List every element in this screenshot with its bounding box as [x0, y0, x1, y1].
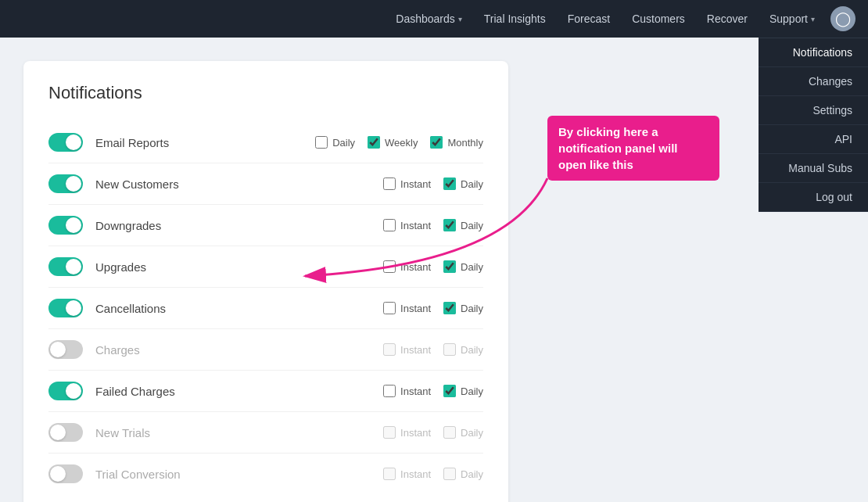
toggle-downgrades[interactable] — [48, 216, 83, 235]
check-item-er-weekly[interactable]: Weekly — [368, 136, 418, 149]
check-label: Daily — [461, 427, 483, 439]
notif-row: DowngradesInstantDaily — [48, 205, 483, 246]
check-item-fc-instant[interactable]: Instant — [383, 385, 431, 397]
check-item-ca-instant[interactable]: Instant — [383, 302, 431, 314]
toggle-failed-charges[interactable] — [48, 382, 83, 400]
checkbox-ca-daily[interactable] — [443, 302, 456, 314]
checkbox-fc-instant[interactable] — [383, 385, 396, 397]
check-label: Daily — [461, 178, 483, 190]
nav-link-dashboards[interactable]: Dashboards▾ — [386, 8, 472, 30]
dropdown-item-notifications[interactable]: Notifications — [759, 38, 868, 67]
check-item-ca-daily[interactable]: Daily — [443, 302, 483, 314]
nav-link-customers[interactable]: Customers — [622, 8, 694, 30]
nav-link-forecast[interactable]: Forecast — [558, 8, 619, 30]
nav-link-label: Trial Insights — [484, 13, 546, 25]
check-item-er-daily[interactable]: Daily — [315, 136, 355, 149]
notification-card: Notifications Email ReportsDailyWeeklyMo… — [23, 61, 508, 502]
checkbox-ca-instant[interactable] — [383, 302, 396, 314]
toggle-new-customers[interactable] — [48, 174, 83, 193]
toggle-knob — [66, 300, 81, 316]
checkbox-ch-instant — [383, 343, 396, 356]
nav-link-label: Support — [769, 13, 808, 25]
dropdown-item-api[interactable]: API — [759, 125, 868, 154]
checkbox-tc-daily — [443, 468, 456, 480]
dropdown-item-changes[interactable]: Changes — [759, 67, 868, 96]
dropdown-item-log-out[interactable]: Log out — [759, 183, 868, 212]
notif-label: Trial Conversion — [95, 468, 221, 481]
checkbox-er-daily[interactable] — [315, 136, 328, 149]
toggle-knob — [66, 217, 81, 233]
toggle-new-trials[interactable] — [48, 423, 83, 442]
check-label: Daily — [332, 137, 355, 149]
check-label: Instant — [400, 178, 431, 190]
dropdown-item-settings[interactable]: Settings — [759, 96, 868, 125]
check-item-er-monthly[interactable]: Monthly — [430, 136, 483, 149]
arrow-svg — [500, 108, 798, 311]
checkbox-dg-instant[interactable] — [383, 219, 396, 231]
annotation-text: By clicking here a notification panel wi… — [547, 116, 719, 181]
notif-rows: Email ReportsDailyWeeklyMonthlyNew Custo… — [48, 122, 483, 494]
check-label: Instant — [400, 468, 431, 480]
chevron-down-icon: ▾ — [811, 15, 815, 23]
toggle-trial-conversion[interactable] — [48, 464, 83, 483]
check-item-nc-daily[interactable]: Daily — [443, 177, 483, 190]
check-label: Instant — [400, 303, 431, 314]
card-title: Notifications — [48, 83, 483, 103]
avatar[interactable]: ◯ — [830, 6, 855, 31]
checkbox-nt-daily — [443, 426, 456, 439]
notif-label: Charges — [95, 343, 221, 357]
checkbox-fc-daily[interactable] — [443, 385, 456, 397]
check-item-ug-daily[interactable]: Daily — [443, 260, 483, 273]
notif-label: New Customers — [95, 177, 221, 191]
checkbox-er-monthly[interactable] — [430, 136, 443, 149]
check-label: Instant — [400, 344, 431, 356]
checkbox-er-weekly[interactable] — [368, 136, 380, 149]
check-item-tc-daily[interactable]: Daily — [443, 468, 483, 480]
checkbox-nc-instant[interactable] — [383, 177, 396, 190]
nav-link-trial-insights[interactable]: Trial Insights — [475, 8, 555, 30]
check-item-ug-instant[interactable]: Instant — [383, 260, 431, 273]
toggle-charges[interactable] — [48, 340, 83, 359]
check-item-ch-daily[interactable]: Daily — [443, 343, 483, 356]
nav-link-support[interactable]: Support▾ — [760, 8, 824, 30]
check-item-dg-instant[interactable]: Instant — [383, 219, 431, 231]
toggle-knob — [66, 383, 81, 399]
check-group: InstantDaily — [383, 302, 483, 314]
annotation: By clicking here a notification panel wi… — [500, 108, 798, 181]
check-item-nt-instant[interactable]: Instant — [383, 426, 431, 439]
dropdown-item-manual-subs[interactable]: Manual Subs — [759, 154, 868, 183]
notif-label: Email Reports — [95, 136, 221, 149]
checkbox-ug-instant[interactable] — [383, 260, 396, 273]
checkbox-nc-daily[interactable] — [443, 177, 456, 190]
notif-row: UpgradesInstantDaily — [48, 246, 483, 288]
notif-row: New TrialsInstantDaily — [48, 412, 483, 454]
check-item-nt-daily[interactable]: Daily — [443, 426, 483, 439]
checkbox-dg-daily[interactable] — [443, 219, 456, 231]
notif-row: ChargesInstantDaily — [48, 329, 483, 371]
toggle-upgrades[interactable] — [48, 257, 83, 276]
nav-link-label: Forecast — [568, 13, 610, 25]
nav-link-label: Customers — [632, 13, 685, 25]
check-group: InstantDaily — [383, 426, 483, 439]
main-content: Notifications Email ReportsDailyWeeklyMo… — [0, 38, 868, 502]
check-item-tc-instant[interactable]: Instant — [383, 468, 431, 480]
notif-row: Email ReportsDailyWeeklyMonthly — [48, 122, 483, 163]
dropdown-panel: NotificationsChangesSettingsAPIManual Su… — [759, 38, 868, 212]
check-item-nc-instant[interactable]: Instant — [383, 177, 431, 190]
checkbox-tc-instant — [383, 468, 396, 480]
toggle-knob — [50, 425, 66, 440]
notif-label: Upgrades — [95, 260, 221, 274]
toggle-cancellations[interactable] — [48, 299, 83, 317]
check-group: InstantDaily — [383, 468, 483, 480]
toggle-email-reports[interactable] — [48, 133, 83, 152]
toggle-knob — [66, 259, 81, 274]
checkbox-ug-daily[interactable] — [443, 260, 456, 273]
navbar: Dashboards▾Trial InsightsForecastCustome… — [0, 0, 868, 38]
nav-link-recover[interactable]: Recover — [698, 8, 757, 30]
toggle-knob — [66, 134, 81, 150]
check-item-fc-daily[interactable]: Daily — [443, 385, 483, 397]
check-label: Weekly — [385, 137, 418, 149]
check-group: InstantDaily — [383, 343, 483, 356]
check-item-dg-daily[interactable]: Daily — [443, 219, 483, 231]
check-item-ch-instant[interactable]: Instant — [383, 343, 431, 356]
